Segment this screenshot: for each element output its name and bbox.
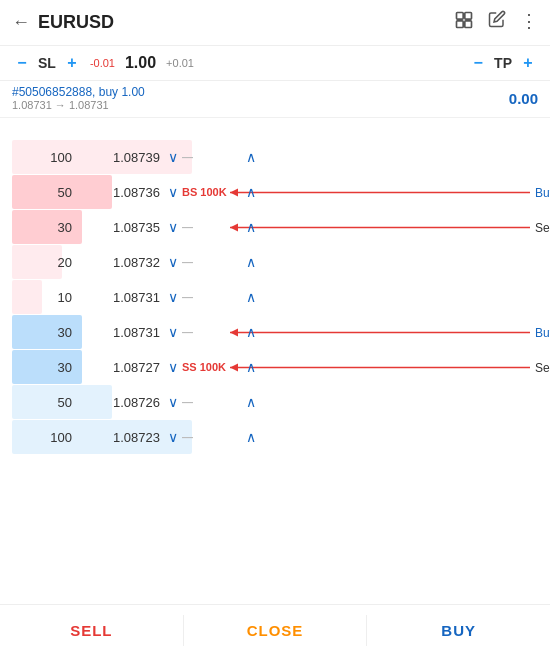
sl-delta-minus: -0.01 bbox=[90, 57, 115, 69]
row-actions-2: ∨—∧ bbox=[168, 220, 256, 234]
chevron-up-8[interactable]: ∧ bbox=[246, 430, 256, 444]
depth-row-0: 1001.08739∨—∧ bbox=[12, 140, 542, 174]
chevron-up-0[interactable]: ∧ bbox=[246, 150, 256, 164]
price-to: 1.08731 bbox=[69, 99, 109, 111]
row-actions-3: ∨—∧ bbox=[168, 255, 256, 269]
close-button[interactable]: CLOSE bbox=[184, 605, 367, 656]
depth-rows: 1001.08739∨—∧501.08736∨BS 100K∧301.08735… bbox=[12, 140, 542, 454]
header: ← EURUSD ⋮ bbox=[0, 0, 550, 46]
row-label-4: — bbox=[182, 291, 242, 303]
row-actions-8: ∨—∧ bbox=[168, 430, 256, 444]
row-actions-7: ∨—∧ bbox=[168, 395, 256, 409]
row-volume-7: 50 bbox=[22, 395, 72, 410]
chevron-up-1[interactable]: ∧ bbox=[246, 185, 256, 199]
row-label-6: SS 100K bbox=[182, 361, 242, 373]
depth-chart-area: 1001.08739∨—∧501.08736∨BS 100K∧301.08735… bbox=[0, 118, 550, 478]
row-actions-0: ∨—∧ bbox=[168, 150, 256, 164]
price-from: 1.08731 bbox=[12, 99, 52, 111]
row-actions-1: ∨BS 100K∧ bbox=[168, 185, 256, 199]
page-title: EURUSD bbox=[38, 12, 454, 33]
tp-plus-button[interactable]: + bbox=[518, 54, 538, 72]
chevron-up-5[interactable]: ∧ bbox=[246, 325, 256, 339]
row-label-2: — bbox=[182, 221, 242, 233]
row-price-5: 1.08731 bbox=[80, 325, 160, 340]
row-volume-5: 30 bbox=[22, 325, 72, 340]
svg-rect-2 bbox=[457, 21, 464, 28]
order-pnl: 0.00 bbox=[509, 90, 538, 107]
order-info: #50506852888, buy 1.00 1.08731 → 1.08731… bbox=[0, 81, 550, 118]
row-label-3: — bbox=[182, 256, 242, 268]
row-volume-1: 50 bbox=[22, 185, 72, 200]
chevron-up-7[interactable]: ∧ bbox=[246, 395, 256, 409]
sl-plus-button[interactable]: + bbox=[62, 54, 82, 72]
row-price-7: 1.08726 bbox=[80, 395, 160, 410]
row-price-4: 1.08731 bbox=[80, 290, 160, 305]
row-actions-5: ∨—∧ bbox=[168, 325, 256, 339]
svg-rect-1 bbox=[465, 13, 472, 20]
edit-icon[interactable] bbox=[488, 10, 506, 35]
svg-rect-0 bbox=[457, 13, 464, 20]
chevron-up-4[interactable]: ∧ bbox=[246, 290, 256, 304]
depth-row-5: 301.08731∨—∧ bbox=[12, 315, 542, 349]
row-price-2: 1.08735 bbox=[80, 220, 160, 235]
chevron-up-2[interactable]: ∧ bbox=[246, 220, 256, 234]
depth-row-7: 501.08726∨—∧ bbox=[12, 385, 542, 419]
row-label-5: — bbox=[182, 326, 242, 338]
buy-button[interactable]: BUY bbox=[367, 605, 550, 656]
sl-delta-plus: +0.01 bbox=[166, 57, 194, 69]
order-id: #50506852888, buy 1.00 bbox=[12, 85, 145, 99]
sl-value: 1.00 bbox=[125, 54, 156, 72]
chevron-down-6[interactable]: ∨ bbox=[168, 360, 178, 374]
chevron-down-7[interactable]: ∨ bbox=[168, 395, 178, 409]
depth-row-1: 501.08736∨BS 100K∧ bbox=[12, 175, 542, 209]
depth-row-6: 301.08727∨SS 100K∧ bbox=[12, 350, 542, 384]
sl-label: SL bbox=[38, 55, 56, 71]
more-options-icon[interactable]: ⋮ bbox=[520, 10, 538, 35]
chevron-down-3[interactable]: ∨ bbox=[168, 255, 178, 269]
sl-minus-button[interactable]: − bbox=[12, 54, 32, 72]
chevron-down-2[interactable]: ∨ bbox=[168, 220, 178, 234]
chevron-down-4[interactable]: ∨ bbox=[168, 290, 178, 304]
chevron-up-3[interactable]: ∧ bbox=[246, 255, 256, 269]
row-price-0: 1.08739 bbox=[80, 150, 160, 165]
row-price-1: 1.08736 bbox=[80, 185, 160, 200]
depth-row-2: 301.08735∨—∧ bbox=[12, 210, 542, 244]
tp-label: TP bbox=[494, 55, 512, 71]
row-label-8: — bbox=[182, 431, 242, 443]
row-volume-8: 100 bbox=[22, 430, 72, 445]
row-volume-3: 20 bbox=[22, 255, 72, 270]
chevron-down-0[interactable]: ∨ bbox=[168, 150, 178, 164]
row-price-6: 1.08727 bbox=[80, 360, 160, 375]
row-price-3: 1.08732 bbox=[80, 255, 160, 270]
depth-row-3: 201.08732∨—∧ bbox=[12, 245, 542, 279]
row-label-1: BS 100K bbox=[182, 186, 242, 198]
sell-button[interactable]: SELL bbox=[0, 605, 183, 656]
svg-rect-3 bbox=[465, 21, 472, 28]
sl-tp-row: − SL + -0.01 1.00 +0.01 − TP + bbox=[0, 46, 550, 81]
tp-minus-button[interactable]: − bbox=[468, 54, 488, 72]
chevron-down-1[interactable]: ∨ bbox=[168, 185, 178, 199]
row-actions-4: ∨—∧ bbox=[168, 290, 256, 304]
row-actions-6: ∨SS 100K∧ bbox=[168, 360, 256, 374]
chevron-down-8[interactable]: ∨ bbox=[168, 430, 178, 444]
template-icon[interactable] bbox=[454, 10, 474, 35]
depth-row-8: 1001.08723∨—∧ bbox=[12, 420, 542, 454]
header-icons: ⋮ bbox=[454, 10, 538, 35]
row-volume-0: 100 bbox=[22, 150, 72, 165]
chevron-down-5[interactable]: ∨ bbox=[168, 325, 178, 339]
main-content: ← EURUSD ⋮ − SL + -0.01 bbox=[0, 0, 550, 604]
bottom-bar: SELL CLOSE BUY bbox=[0, 604, 550, 656]
order-price-range: 1.08731 → 1.08731 bbox=[12, 99, 145, 111]
chevron-up-6[interactable]: ∧ bbox=[246, 360, 256, 374]
row-label-0: — bbox=[182, 151, 242, 163]
back-button[interactable]: ← bbox=[12, 12, 30, 33]
row-volume-4: 10 bbox=[22, 290, 72, 305]
row-volume-6: 30 bbox=[22, 360, 72, 375]
row-volume-2: 30 bbox=[22, 220, 72, 235]
row-label-7: — bbox=[182, 396, 242, 408]
row-price-8: 1.08723 bbox=[80, 430, 160, 445]
depth-row-4: 101.08731∨—∧ bbox=[12, 280, 542, 314]
